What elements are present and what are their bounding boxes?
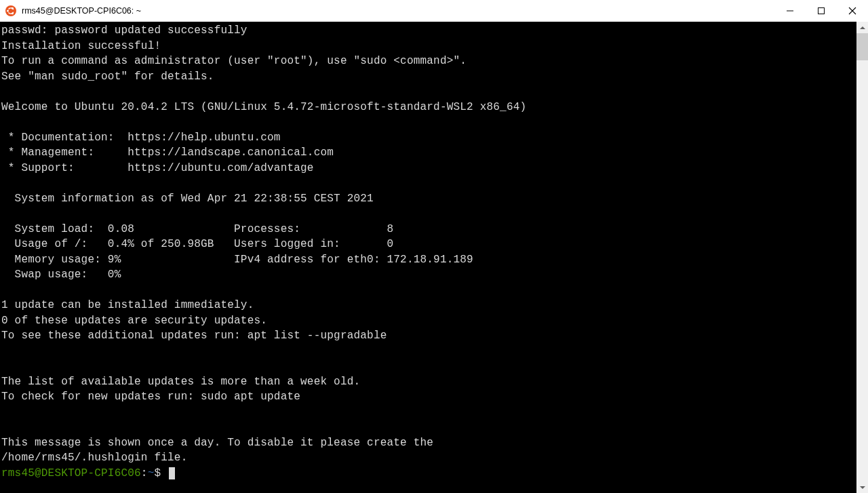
window-titlebar: rms45@DESKTOP-CPI6C06: ~ bbox=[0, 0, 868, 22]
svg-rect-4 bbox=[818, 8, 825, 14]
close-button[interactable] bbox=[837, 0, 868, 22]
scroll-up-button[interactable] bbox=[856, 22, 868, 33]
prompt-user-host: rms45@DESKTOP-CPI6C06 bbox=[1, 467, 141, 479]
window-controls bbox=[774, 0, 868, 22]
terminal-output[interactable]: passwd: password updated successfully In… bbox=[0, 22, 856, 493]
minimize-button[interactable] bbox=[774, 0, 806, 22]
maximize-button[interactable] bbox=[806, 0, 837, 22]
scrollbar-thumb[interactable] bbox=[856, 33, 868, 60]
terminal-area: passwd: password updated successfully In… bbox=[0, 22, 868, 493]
ubuntu-icon bbox=[5, 5, 16, 16]
cursor bbox=[169, 467, 175, 479]
scrollbar-track[interactable] bbox=[856, 33, 868, 481]
prompt-path: ~ bbox=[148, 467, 155, 479]
svg-point-1 bbox=[7, 10, 9, 12]
prompt-dollar: $ bbox=[154, 467, 161, 479]
scroll-down-button[interactable] bbox=[856, 481, 868, 493]
vertical-scrollbar[interactable] bbox=[856, 22, 868, 493]
window-title: rms45@DESKTOP-CPI6C06: ~ bbox=[22, 6, 141, 16]
chevron-down-icon bbox=[860, 486, 865, 489]
prompt-colon: : bbox=[141, 467, 148, 479]
chevron-up-icon bbox=[860, 26, 865, 29]
